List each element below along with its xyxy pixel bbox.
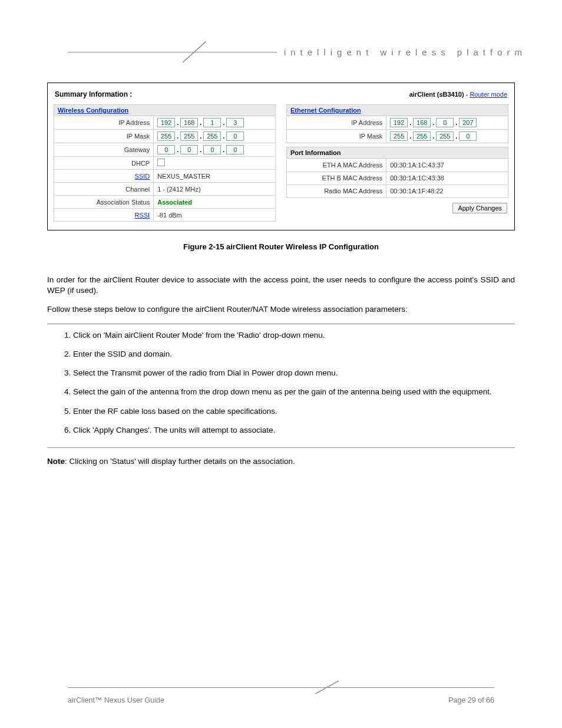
summary-information-title: Summary Information : [55, 90, 132, 98]
wireless-configuration-table: IP Address 192. 168. 1. 3 IP Mask [54, 116, 276, 222]
page-footer: airClient™ Nexus User Guide Page 29 of 6… [35, 681, 527, 704]
radio-mac-value: 00:30:1A:1F:48:22 [386, 185, 508, 197]
router-mode-link[interactable]: Router mode [470, 91, 507, 98]
footer-diagonal-ornament [315, 681, 339, 694]
device-mode-indicator: airClient (sB3410) - Router mode [409, 91, 507, 98]
radio-mac-label: Radio MAC Address [287, 185, 386, 197]
header-diagonal-ornament [183, 41, 206, 62]
dhcp-checkbox[interactable] [157, 159, 165, 166]
gateway-input[interactable]: 0. 0. 0. 0 [157, 145, 272, 154]
channel-value: 1 - (2412 MHz) [154, 183, 276, 196]
wireless-configuration-heading[interactable]: Wireless Configuration [54, 104, 276, 116]
footer-page-number: Page 29 of 66 [448, 696, 494, 704]
association-status-label: Association Status [54, 196, 154, 209]
wireless-mask-input[interactable]: 255. 255. 255. 0 [157, 131, 272, 141]
eth-a-mac-label: ETH A MAC Address [287, 159, 386, 172]
ethernet-mask-input[interactable]: 255. 255. 255. 0 [390, 131, 504, 141]
dhcp-label: DHCP [54, 157, 154, 170]
step-item: Select the Transmit power of the radio f… [73, 368, 515, 378]
intro-paragraph-1: In order for the airClient Router device… [47, 275, 515, 296]
eth-a-mac-value: 00:30:1A:1C:43:37 [386, 159, 508, 172]
step-item: Select the gain of the antenna from the … [73, 387, 515, 397]
header-tagline: intelligent wireless platform [284, 47, 527, 57]
wireless-ip-input[interactable]: 192. 168. 1. 3 [157, 118, 272, 127]
ethernet-ip-input[interactable]: 192. 168. 0. 207 [390, 118, 504, 127]
footer-guide-title: airClient™ Nexus User Guide [68, 696, 164, 704]
ethernet-configuration-heading[interactable]: Ethernet Configuration [286, 104, 508, 116]
ethernet-mask-label: IP Mask [287, 130, 386, 143]
figure-caption: Figure 2-15 airClient Router Wireless IP… [35, 242, 527, 251]
config-screenshot-panel: Summary Information : airClient (sB3410)… [47, 83, 515, 230]
gateway-label: Gateway [54, 143, 154, 157]
apply-changes-button[interactable]: Apply Changes [452, 203, 507, 213]
rssi-link[interactable]: RSSI [135, 212, 150, 219]
note-paragraph: Note: Clicking on 'Status' will display … [47, 456, 515, 467]
step-item: Click 'Apply Changes'. The units will at… [73, 425, 515, 436]
configuration-steps-list: Click on 'Main airClient Router Mode' fr… [47, 330, 515, 436]
intro-paragraph-2: Follow these steps below to configure th… [47, 304, 515, 315]
port-information-heading: Port Information [286, 147, 508, 159]
wireless-ip-label: IP Address [54, 116, 154, 130]
wireless-mask-label: IP Mask [54, 130, 154, 143]
eth-b-mac-value: 00:30:1A:1C:43:38 [386, 172, 508, 185]
svg-line-1 [315, 681, 339, 694]
step-item: Enter the SSID and domain. [73, 349, 515, 360]
channel-label: Channel [54, 183, 154, 196]
rssi-value: -81 dBm [154, 209, 276, 222]
ssid-link[interactable]: SSID [135, 173, 150, 180]
eth-b-mac-label: ETH B MAC Address [287, 172, 386, 185]
port-information-table: ETH A MAC Address 00:30:1A:1C:43:37 ETH … [286, 159, 508, 198]
ssid-value: NEXUS_MASTER [154, 170, 276, 183]
ethernet-configuration-table: IP Address 192. 168. 0. 207 IP Mask [286, 116, 508, 143]
svg-line-0 [183, 41, 206, 62]
ethernet-ip-label: IP Address [287, 116, 386, 130]
step-item: Click on 'Main airClient Router Mode' fr… [73, 330, 515, 341]
association-status-value: Associated [157, 199, 192, 206]
page-header: intelligent wireless platform [35, 41, 527, 65]
step-item: Enter the RF cable loss based on the cab… [73, 406, 515, 417]
